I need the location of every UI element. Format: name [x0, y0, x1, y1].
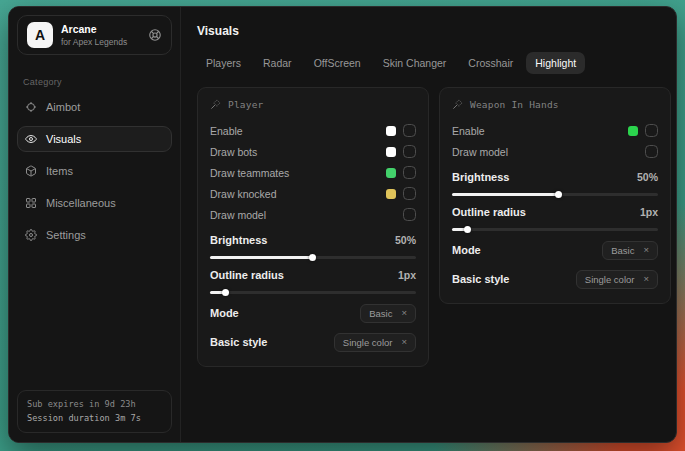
slider-value: 50% [637, 171, 658, 183]
draw-knocked-color-swatch[interactable] [386, 189, 396, 199]
toggle-controls [386, 145, 416, 158]
toggle-controls [386, 166, 416, 179]
chip-remove-icon[interactable]: × [643, 274, 649, 284]
tab-offscreen[interactable]: OffScreen [305, 52, 370, 74]
toggle-controls [628, 124, 658, 137]
draw-bots-checkbox[interactable] [403, 145, 416, 158]
brightness-slider[interactable] [210, 256, 416, 259]
mode-chip[interactable]: Basic× [360, 304, 416, 323]
chip-row-label: Basic style [210, 336, 267, 348]
draw-model-checkbox[interactable] [403, 208, 416, 221]
panels-container: PlayerEnableDraw botsDraw teammatesDraw … [197, 87, 671, 367]
draw-teammates-color-swatch[interactable] [386, 168, 396, 178]
draw-teammates-checkbox[interactable] [403, 166, 416, 179]
slider-group-outline-radius: Outline radius1px [210, 267, 416, 294]
enable-color-swatch[interactable] [386, 126, 396, 136]
slider-label: Outline radius [210, 269, 284, 281]
toggle-row-enable: Enable [210, 120, 416, 141]
toggle-row-enable: Enable [452, 120, 658, 141]
slider-thumb[interactable] [222, 289, 229, 296]
chip-row-label: Mode [452, 244, 481, 256]
wand-icon [210, 99, 221, 110]
sidebar-item-aimbot[interactable]: Aimbot [17, 94, 172, 120]
outline-radius-slider[interactable] [210, 291, 416, 294]
lifebuoy-icon[interactable] [148, 28, 162, 42]
tab-skin-changer[interactable]: Skin Changer [374, 52, 456, 74]
draw-knocked-checkbox[interactable] [403, 187, 416, 200]
slider-fill [452, 193, 559, 196]
sidebar-item-label: Visuals [46, 133, 81, 145]
toggle-label: Draw model [452, 146, 508, 158]
enable-checkbox[interactable] [403, 124, 416, 137]
slider-thumb[interactable] [555, 191, 562, 198]
chip-remove-icon[interactable]: × [401, 308, 407, 318]
slider-fill [210, 256, 313, 259]
sidebar: A Arcane for Apex Legends Category Aimbo… [9, 7, 181, 442]
draw-model-checkbox[interactable] [645, 145, 658, 158]
panel-title: Player [228, 99, 264, 110]
toggle-label: Enable [452, 125, 485, 137]
chip-row-mode: ModeBasic× [452, 239, 658, 261]
draw-bots-color-swatch[interactable] [386, 147, 396, 157]
sidebar-item-items[interactable]: Items [17, 158, 172, 184]
sidebar-item-settings[interactable]: Settings [17, 222, 172, 248]
brightness-slider[interactable] [452, 193, 658, 196]
enable-color-swatch[interactable] [628, 126, 638, 136]
chip-row-label: Mode [210, 307, 239, 319]
sidebar-item-label: Settings [46, 229, 86, 241]
slider-value: 50% [395, 234, 416, 246]
toggle-row-draw-model: Draw model [452, 141, 658, 162]
chip-value: Single color [585, 274, 635, 285]
app-logo: A [27, 22, 53, 48]
toggle-controls [386, 187, 416, 200]
toggle-label: Draw teammates [210, 167, 289, 179]
basic-style-chip[interactable]: Single color× [576, 270, 658, 289]
panel-header: Weapon In Hands [452, 99, 658, 110]
sidebar-item-visuals[interactable]: Visuals [17, 126, 172, 152]
tab-highlight[interactable]: Highlight [526, 52, 585, 74]
mode-chip[interactable]: Basic× [602, 241, 658, 260]
slider-group-outline-radius: Outline radius1px [452, 204, 658, 231]
box-icon [25, 165, 37, 177]
sub-expiry-text: Sub expires in 9d 23h [27, 398, 162, 411]
toggle-label: Draw knocked [210, 188, 277, 200]
chip-value: Basic [369, 308, 392, 319]
panel-player: PlayerEnableDraw botsDraw teammatesDraw … [197, 87, 429, 367]
toggle-row-draw-bots: Draw bots [210, 141, 416, 162]
app-window: A Arcane for Apex Legends Category Aimbo… [8, 6, 677, 443]
tab-radar[interactable]: Radar [254, 52, 301, 74]
tab-bar: PlayersRadarOffScreenSkin ChangerCrossha… [197, 52, 671, 74]
slider-value: 1px [640, 206, 658, 218]
panel-title: Weapon In Hands [470, 99, 559, 110]
tab-players[interactable]: Players [197, 52, 250, 74]
slider-thumb[interactable] [464, 226, 471, 233]
basic-style-chip[interactable]: Single color× [334, 333, 416, 352]
chip-remove-icon[interactable]: × [401, 337, 407, 347]
toggle-controls [403, 208, 416, 221]
sidebar-item-miscellaneous[interactable]: Miscellaneous [17, 190, 172, 216]
eye-icon [25, 133, 37, 145]
slider-label: Outline radius [452, 206, 526, 218]
app-subtitle: for Apex Legends [61, 37, 127, 47]
toggle-row-draw-knocked: Draw knocked [210, 183, 416, 204]
outline-radius-slider[interactable] [452, 228, 658, 231]
sidebar-nav: AimbotVisualsItemsMiscellaneousSettings [9, 91, 180, 251]
slider-thumb[interactable] [309, 254, 316, 261]
chip-row-basic-style: Basic styleSingle color× [452, 268, 658, 290]
slider-group-brightness: Brightness50% [210, 232, 416, 259]
enable-checkbox[interactable] [645, 124, 658, 137]
chip-value: Single color [343, 337, 393, 348]
toggle-controls [645, 145, 658, 158]
wand-icon [452, 99, 463, 110]
slider-group-brightness: Brightness50% [452, 169, 658, 196]
chip-remove-icon[interactable]: × [643, 245, 649, 255]
chip-row-basic-style: Basic styleSingle color× [210, 331, 416, 353]
chip-row-label: Basic style [452, 273, 509, 285]
sidebar-item-label: Miscellaneous [46, 197, 116, 209]
slider-head: Outline radius1px [452, 204, 658, 220]
gear-icon [25, 229, 37, 241]
tab-crosshair[interactable]: Crosshair [459, 52, 522, 74]
slider-head: Brightness50% [452, 169, 658, 185]
chip-value: Basic [611, 245, 634, 256]
app-name: Arcane [61, 23, 127, 35]
